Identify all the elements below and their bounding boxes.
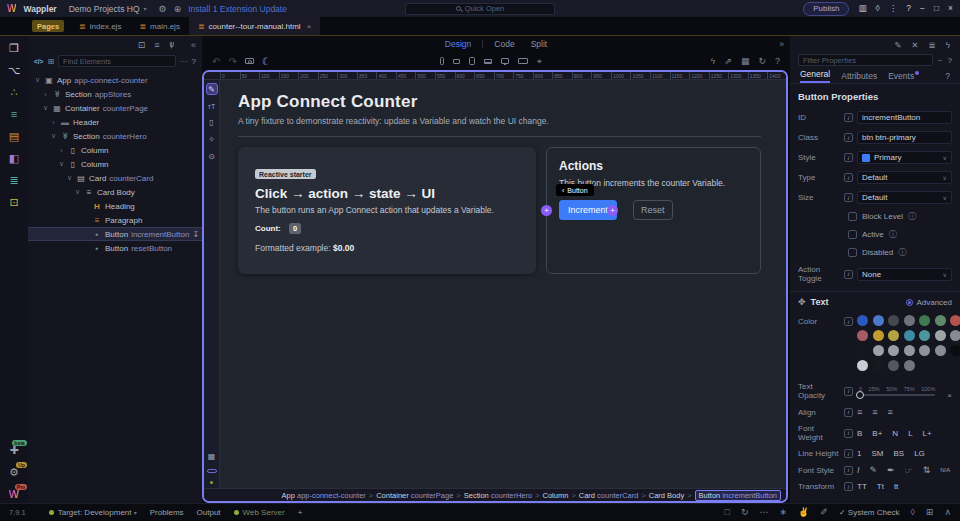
tree-expander-icon[interactable]: ∨ [42, 104, 49, 112]
breadcrumb-item-counterhero[interactable]: Section counterHero [464, 491, 532, 500]
insert-before-icon[interactable]: + [541, 205, 552, 216]
tree-expander-icon[interactable]: › [42, 91, 49, 98]
color-swatch[interactable] [919, 345, 930, 356]
settings-gear-icon[interactable]: ⚙ [159, 4, 167, 14]
collapse-panel-icon[interactable]: « [191, 40, 196, 50]
maximize-icon[interactable]: □ [934, 4, 939, 13]
color-swatch[interactable] [935, 315, 946, 326]
undo-icon[interactable]: ↶ [212, 56, 220, 67]
clear-icon[interactable]: × [947, 391, 952, 400]
breadcrumb-item-app-connect-counter[interactable]: App app-connect-counter [282, 491, 366, 500]
find-elements-input[interactable] [58, 55, 175, 67]
more-options-icon[interactable]: ⋯ [180, 57, 188, 66]
tab-split[interactable]: Split [526, 39, 553, 49]
breadcrumb-item-card-body[interactable]: Card Body [649, 491, 684, 500]
option-l[interactable]: L [908, 429, 912, 438]
tab-code[interactable]: Code [489, 39, 519, 49]
fit-size-icon[interactable]: ⌖ [537, 56, 542, 67]
wand-tool-icon[interactable]: ✧ [208, 135, 215, 144]
device-desktop-icon[interactable] [501, 58, 509, 64]
quick-open-input[interactable]: Quick Open [405, 3, 555, 15]
refresh-icon[interactable]: ↻ [741, 508, 749, 517]
wappler-pro-icon[interactable]: WPro [9, 488, 19, 500]
close-tab-icon[interactable]: × [307, 22, 312, 31]
class-field[interactable] [857, 131, 952, 144]
tab-counter-tour-manual[interactable]: ≣ counter--tour-manual.html × [189, 17, 320, 35]
pencil-icon[interactable]: ✎ [870, 465, 878, 475]
option-l[interactable]: L+ [923, 429, 932, 438]
align-center-icon[interactable]: ≡ [872, 407, 877, 417]
extension-update-link[interactable]: Install 1 Extension Update [188, 4, 287, 14]
collection-icon[interactable]: ≣ [928, 41, 935, 50]
active-checkbox[interactable] [848, 230, 857, 239]
arrows-icon[interactable]: ⇅ [923, 465, 931, 475]
tree-item-counterpage[interactable]: ∨▦ContainercounterPage [28, 101, 202, 115]
option-sm[interactable]: SM [871, 449, 883, 458]
color-swatch[interactable] [873, 345, 884, 356]
bindings-icon[interactable]: ✕ [911, 41, 918, 50]
tree-expander-icon[interactable]: ∨ [34, 76, 41, 84]
box-icon[interactable]: ⊞ [926, 508, 934, 517]
actions-icon[interactable]: ϟ [946, 41, 951, 50]
brush-icon[interactable]: ✐ [820, 508, 828, 517]
color-swatch[interactable] [935, 330, 946, 341]
align-left-icon[interactable]: ≡ [857, 407, 862, 417]
color-swatch[interactable] [857, 345, 868, 356]
collapse-right-panel-icon[interactable]: » [779, 39, 784, 49]
color-swatch[interactable] [857, 315, 868, 326]
blocks-icon[interactable]: ▦ [741, 57, 750, 66]
id-field[interactable] [857, 111, 952, 124]
size-select[interactable]: Default∨ [857, 191, 952, 204]
dark-mode-icon[interactable]: ☾ [262, 56, 271, 67]
breadcrumb-item-countercard[interactable]: Card counterCard [579, 491, 639, 500]
option-tt[interactable]: Tt [877, 482, 884, 491]
tree-item-card-body[interactable]: ∨≡Card Body [28, 185, 202, 199]
tree-view-icon[interactable]: ⊞ [47, 57, 54, 66]
help-icon[interactable]: ? [945, 71, 950, 83]
ai-robot-icon[interactable]: ⊡ [9, 197, 18, 208]
hand-icon[interactable]: ☞ [905, 465, 913, 475]
refresh-icon[interactable]: ↻ [758, 57, 766, 66]
device-tablet-icon[interactable] [469, 57, 475, 65]
add-panel-button[interactable]: + [298, 508, 303, 517]
nodes-icon[interactable]: ∗ [780, 508, 788, 517]
tab-attributes[interactable]: Attributes [841, 71, 877, 83]
align-right-icon[interactable]: ≡ [888, 407, 893, 417]
tree-expander-icon[interactable]: › [58, 147, 65, 154]
extension-update-icon[interactable]: ⊕ [174, 4, 182, 14]
droplet-icon[interactable]: ◊ [910, 508, 914, 517]
menu-kebab-icon[interactable]: ⋮ [889, 4, 898, 13]
tree-expander-icon[interactable]: ∨ [58, 160, 65, 168]
edit-tool-icon[interactable]: ✎ [206, 83, 218, 95]
sitemap-icon[interactable]: ⋔ [168, 40, 176, 50]
target-selector[interactable]: Target: Development ▾ [49, 508, 137, 517]
collapse-up-icon[interactable]: ∧ [944, 508, 951, 517]
redo-icon[interactable]: ↷ [228, 56, 236, 67]
slider-handle[interactable] [856, 391, 864, 399]
tree-item-heading[interactable]: HHeading [28, 199, 202, 213]
theme-droplet-icon[interactable]: ◊ [875, 4, 879, 13]
reset-button[interactable]: Reset [633, 200, 673, 220]
color-swatch[interactable] [857, 360, 868, 371]
option-bs[interactable]: BS [893, 449, 904, 458]
device-phone-icon[interactable] [440, 57, 444, 65]
server-icon[interactable]: ▤ [9, 131, 19, 142]
color-swatch[interactable] [888, 360, 899, 371]
system-check-button[interactable]: ✓ System Check [839, 508, 900, 517]
color-swatch[interactable] [919, 315, 930, 326]
tree-item-app-connect-counter[interactable]: ∨▣Appapp-connect-counter [28, 73, 202, 87]
element-tool-icon[interactable]: ▯ [209, 118, 213, 127]
help-icon[interactable]: ? [906, 4, 911, 13]
tree-item-column[interactable]: ∨▯Column [28, 157, 202, 171]
more-icon[interactable]: ⋯ [760, 508, 769, 517]
text-tool-icon[interactable]: тT [208, 103, 215, 110]
action-toggle-select[interactable]: None∨ [857, 268, 952, 281]
option-b[interactable]: B+ [872, 429, 882, 438]
type-select[interactable]: Default∨ [857, 171, 952, 184]
color-swatch[interactable] [919, 330, 930, 341]
color-swatch[interactable] [950, 330, 960, 341]
tab-index-ejs[interactable]: ≣ index.ejs [70, 17, 130, 35]
edit-icon[interactable]: ✎ [894, 41, 901, 50]
extensions-icon[interactable]: ✚beta [9, 444, 18, 456]
device-laptop-icon[interactable] [484, 59, 492, 64]
